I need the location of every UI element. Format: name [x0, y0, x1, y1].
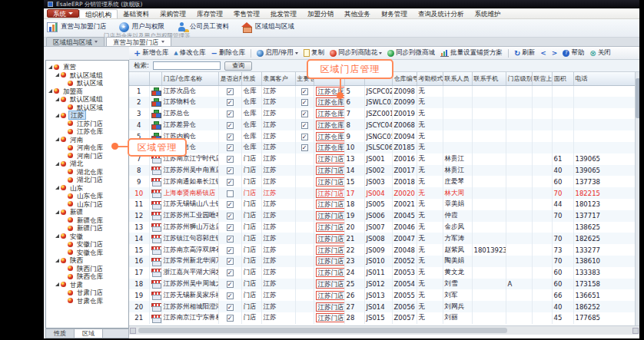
column-header[interactable]	[129, 72, 149, 85]
table-row[interactable]: 12江苏苏州工业园唯亭店门店江苏江苏门店19JS006Z0045无仲霞70137…	[129, 210, 635, 222]
tree-expander-icon[interactable]	[55, 259, 59, 262]
column-header-联营上限[interactable]: 联营上限	[532, 72, 552, 85]
tree-item-山东仓库[interactable]: 山东仓库	[46, 192, 128, 200]
main-warehouse-checkbox[interactable]	[301, 144, 308, 151]
column-header-门店/仓库名称[interactable]: 门店/仓库名称	[161, 72, 218, 85]
tree-expander-icon[interactable]	[48, 89, 52, 93]
menu-item-其他业务[interactable]: 其他业务	[339, 9, 376, 18]
batch-distribution-plan-button[interactable]: 批量设置铺货方案	[440, 48, 503, 58]
tree-item-湖北[interactable]: 湖北	[46, 160, 128, 168]
ribbon-button-直营与加盟门店[interactable]: 直营与加盟门店	[47, 22, 107, 32]
tree-item-山东[interactable]: 山东	[46, 184, 128, 193]
ribbon-button-区域组与区域[interactable]: 区域组与区域	[241, 22, 294, 32]
edit-warehouse-button[interactable]: 修改仓库	[174, 48, 205, 58]
column-header-联系手机[interactable]: 联系手机	[472, 72, 506, 85]
prev-button[interactable]	[540, 49, 546, 57]
ribbon-button-公司员工资料[interactable]: 公司员工资料	[177, 22, 229, 32]
table-row[interactable]: 16江苏常州新北华润万家店门店江苏江苏门店23JS010Z0052无陶美娟701…	[129, 256, 635, 267]
tree-expander-icon[interactable]	[55, 234, 59, 238]
tree-item-安徽[interactable]: 安徽	[46, 233, 128, 241]
table-row[interactable]: 17浙江嘉兴平湖大润发店门店江苏江苏门店24JS011Z0053无黄文龙6013…	[129, 267, 635, 279]
system-menu-button[interactable]: 系统	[47, 9, 79, 18]
tree-item-江苏[interactable]: 江苏	[46, 111, 128, 120]
column-header-门店级别[interactable]: 门店级别	[506, 72, 532, 85]
table-row[interactable]: 8江苏苏州吴中甪直店门店江苏江苏门店14JS002Z0017无林贵江401390…	[129, 165, 635, 177]
sync-mall-button[interactable]: 同步到微商城	[387, 48, 435, 58]
tree-item-默认区域组[interactable]: 默认区域组	[46, 71, 128, 80]
enable-disable-button[interactable]: 启用/停用	[257, 48, 298, 58]
table-row[interactable]: 19江苏无锡新吴家乐福店门店江苏江苏门店26JS013Z0055无刘军66136…	[129, 289, 635, 301]
enabled-checkbox[interactable]	[227, 134, 234, 140]
enabled-checkbox[interactable]	[227, 88, 234, 95]
ribbon-button-用户与权限[interactable]: 用户与权限	[119, 22, 165, 32]
vertical-scrollbar-thumb[interactable]	[636, 78, 639, 118]
table-row[interactable]: 15江苏南京高淳双牌石店门店江苏江苏门店22JS009Z0048无赵紫凤1801…	[129, 244, 635, 256]
table-row[interactable]: 3江苏总仓仓库江苏江苏仓库7JSZC001Z0019无	[129, 108, 635, 120]
enabled-checkbox[interactable]	[227, 122, 234, 129]
menu-item-组织机构[interactable]: 组织机构	[79, 9, 118, 18]
column-header-是否启用[interactable]: 是否启用	[218, 72, 241, 85]
tree-item-默认区域[interactable]: 默认区域	[46, 104, 128, 112]
tree-expander-icon[interactable]	[55, 137, 59, 141]
table-row[interactable]: 2江苏物料仓仓库江苏江苏仓库6JSWLC03Z0099无	[129, 97, 635, 108]
enabled-checkbox[interactable]	[227, 247, 234, 254]
menu-item-零售管理[interactable]: 零售管理	[228, 9, 265, 18]
main-warehouse-checkbox[interactable]	[301, 99, 308, 106]
scroll-left-arrow-icon[interactable]	[130, 328, 136, 334]
menu-item-系统维护[interactable]: 系统维护	[470, 9, 506, 18]
enabled-checkbox[interactable]	[227, 111, 234, 117]
enabled-checkbox[interactable]	[227, 144, 234, 151]
horizontal-scrollbar-thumb[interactable]	[138, 328, 507, 333]
table-row[interactable]: 10上海奉贤南桥镇店门店江苏江苏门店17JS004Z0020无林大周701822…	[129, 187, 635, 199]
tree-item-甘肃[interactable]: 甘肃	[46, 281, 128, 289]
delete-warehouse-button[interactable]: 删除仓库	[211, 48, 245, 58]
horizontal-scrollbar[interactable]	[129, 325, 639, 335]
tree-item-江苏仓库[interactable]: 江苏仓库	[46, 127, 128, 136]
table-row[interactable]: 18江苏苏州吴中周城大润店门店江苏江苏门店25JS012Z0054无刘雪A601…	[129, 279, 635, 290]
tree-expander-icon[interactable]	[55, 73, 59, 77]
help-button[interactable]: 帮助	[563, 48, 584, 58]
column-header-电话[interactable]: 电话	[573, 72, 635, 85]
menu-item-采购管理[interactable]: 采购管理	[154, 9, 191, 18]
main-warehouse-checkbox[interactable]	[301, 88, 308, 95]
vertical-scrollbar[interactable]	[635, 72, 639, 325]
enabled-checkbox[interactable]	[227, 213, 234, 220]
table-row[interactable]: 6江苏零售仓仓库江苏江苏仓库10JSLSC06Z0185无	[129, 142, 635, 153]
tree-item-甘肃仓库[interactable]: 甘肃仓库	[46, 297, 128, 305]
tree-expander-icon[interactable]	[48, 65, 52, 69]
add-warehouse-button[interactable]: 新增仓库	[134, 48, 168, 58]
enabled-checkbox[interactable]	[227, 156, 234, 163]
enabled-checkbox[interactable]	[227, 304, 234, 311]
enabled-checkbox[interactable]	[227, 236, 234, 243]
enabled-checkbox[interactable]	[227, 281, 234, 288]
enabled-checkbox[interactable]	[227, 167, 234, 174]
tree-item-新疆仓库[interactable]: 新疆仓库	[46, 216, 128, 225]
tree-item-湖北门店[interactable]: 湖北门店	[46, 176, 128, 184]
copy-button[interactable]: 复制	[304, 48, 324, 58]
enabled-checkbox[interactable]	[227, 269, 234, 276]
table-row[interactable]: 7江苏南京江宁时代店门店江苏江苏门店13JS001Z0016无林贵江611390…	[129, 153, 635, 165]
column-header-性质[interactable]: 性质	[241, 72, 261, 85]
table-row[interactable]: 20江苏苏州相城阳澄湖店门店江苏江苏门店27JS014Z0056无刘网兵4018…	[129, 301, 635, 312]
table-row[interactable]: 9江苏南通如皋长江镇店门店江苏江苏门店15JS003Z0018无庄爱琴60137…	[129, 176, 635, 187]
tree-expander-icon[interactable]	[55, 210, 59, 214]
main-warehouse-checkbox[interactable]	[301, 134, 308, 140]
menu-item-库存管理[interactable]: 库存管理	[191, 9, 228, 18]
tab-区域组与区域[interactable]: 区域组与区域	[46, 37, 105, 46]
tree-item-默认区域[interactable]: 默认区域	[46, 79, 128, 87]
tree-expander-icon[interactable]	[55, 97, 59, 101]
table-row[interactable]: 11江苏无锡锡山八士镇店门店江苏江苏门店18JS005Z0021无章美娟4418…	[129, 199, 635, 210]
menu-item-批发管理[interactable]: 批发管理	[265, 9, 302, 18]
tree-item-陕西门店[interactable]: 陕西门店	[46, 265, 128, 273]
tree-item-直营[interactable]: 直营	[46, 63, 128, 71]
enabled-checkbox[interactable]	[227, 315, 234, 322]
search-input[interactable]	[153, 61, 221, 70]
tree-expander-icon[interactable]	[55, 282, 59, 286]
tree-item-默认区域组[interactable]: 默认区域组	[46, 95, 128, 104]
menu-item-基础资料[interactable]: 基础资料	[118, 9, 154, 18]
enabled-checkbox[interactable]	[227, 224, 234, 231]
enabled-checkbox[interactable]	[227, 292, 234, 299]
main-warehouse-checkbox[interactable]	[301, 122, 308, 129]
tree-item-河南门店[interactable]: 河南门店	[46, 152, 128, 160]
menu-item-加盟分销[interactable]: 加盟分销	[302, 9, 339, 18]
